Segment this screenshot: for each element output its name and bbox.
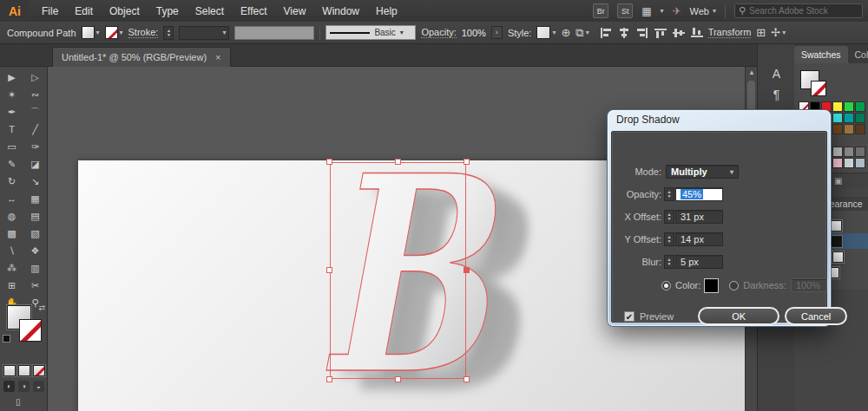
menu-item[interactable]: Object: [109, 5, 140, 17]
workspace-layout-icon[interactable]: ▦: [641, 5, 651, 17]
gradient-tool[interactable]: ▧: [23, 225, 47, 242]
screen-mode-icon[interactable]: ▯: [16, 397, 21, 407]
selection-handle[interactable]: [464, 267, 470, 273]
lasso-tool[interactable]: ∾: [23, 86, 47, 103]
close-icon[interactable]: ×: [215, 52, 220, 62]
swap-fill-stroke-icon[interactable]: ⇄: [38, 303, 45, 312]
magic-wand-tool[interactable]: ✶: [0, 86, 23, 103]
selection-handle[interactable]: [464, 159, 470, 165]
selection-tool[interactable]: ▶: [0, 68, 23, 86]
variable-width-profile[interactable]: [234, 26, 314, 40]
blur-input[interactable]: 5 px: [675, 255, 723, 269]
align-center-icon[interactable]: [618, 28, 630, 38]
blend-tool[interactable]: ❖: [23, 242, 47, 259]
blur-stepper[interactable]: ▲ ▼: [664, 255, 674, 269]
shadow-color-swatch[interactable]: [705, 279, 718, 292]
transform-label[interactable]: Transform: [708, 27, 752, 38]
rotate-tool[interactable]: ↻: [0, 173, 23, 190]
tab-swatches[interactable]: Swatches: [794, 46, 848, 63]
color-button[interactable]: [3, 365, 16, 376]
character-panel-icon[interactable]: A: [758, 63, 795, 84]
recolor-artwork-icon[interactable]: ⊕: [561, 26, 570, 39]
style-dropdown[interactable]: ▾: [536, 26, 556, 39]
ok-button[interactable]: OK: [698, 307, 779, 325]
menu-item[interactable]: Effect: [240, 5, 266, 17]
x-offset-stepper[interactable]: ▲ ▼: [664, 210, 674, 224]
menu-item[interactable]: Edit: [75, 5, 93, 17]
opacity-stepper[interactable]: ▲ ▼: [664, 187, 674, 201]
opacity-input[interactable]: 45%: [675, 187, 723, 201]
new-swatch-icon[interactable]: ▣: [834, 176, 842, 186]
stock-button[interactable]: St: [617, 3, 633, 18]
document-setup-dropdown[interactable]: ⧉ ▾: [575, 26, 589, 40]
swatch[interactable]: [844, 158, 854, 168]
x-offset-input[interactable]: 31 px: [675, 210, 723, 224]
menu-item[interactable]: View: [284, 5, 306, 17]
stroke-proxy[interactable]: [19, 319, 42, 342]
stroke-weight-stepper[interactable]: ▲ ▼: [163, 26, 174, 40]
swatch[interactable]: [844, 113, 854, 123]
color-radio[interactable]: [661, 281, 671, 290]
selection-handle[interactable]: [395, 159, 401, 165]
swatch[interactable]: [832, 113, 843, 123]
bridge-button[interactable]: Br: [593, 3, 608, 18]
scale-tool[interactable]: ↘: [23, 173, 47, 190]
stock-search[interactable]: ⚲: [734, 3, 863, 18]
y-offset-input[interactable]: 14 px: [675, 232, 723, 246]
align-middle-icon[interactable]: [673, 28, 685, 38]
workspace-switcher[interactable]: Web ▾: [690, 6, 716, 16]
more-options-dropdown[interactable]: ✢ ▾: [771, 26, 786, 39]
artboard-tool[interactable]: ⊞: [0, 277, 23, 294]
curvature-tool[interactable]: ⌒: [23, 103, 47, 121]
swatch[interactable]: [844, 124, 854, 134]
gradient-button[interactable]: [18, 365, 30, 376]
stroke-color-dropdown[interactable]: ▾: [105, 26, 123, 39]
selection-handle[interactable]: [326, 267, 332, 273]
stroke-proxy[interactable]: [811, 81, 826, 96]
scroll-up-icon[interactable]: ▲: [748, 68, 755, 76]
align-bottom-icon[interactable]: [691, 28, 703, 38]
symbol-sprayer-tool[interactable]: ⁂: [0, 259, 23, 277]
brush-definition-select[interactable]: Basic ▾: [326, 25, 416, 40]
draw-inside-icon[interactable]: ◒: [33, 381, 44, 392]
document-tab[interactable]: Untitled-1* @ 50% (RGB/Preview) ×: [52, 47, 231, 67]
shaper-tool[interactable]: ✎: [0, 155, 23, 173]
align-left-icon[interactable]: [600, 28, 612, 38]
mesh-tool[interactable]: ▩: [0, 225, 23, 242]
swatch[interactable]: [855, 147, 865, 157]
swatch[interactable]: [855, 113, 865, 123]
swatch[interactable]: [832, 101, 843, 112]
line-segment-tool[interactable]: ╱: [23, 121, 47, 138]
perspective-grid-tool[interactable]: ▤: [23, 207, 47, 225]
isolate-object-icon[interactable]: ⊞: [756, 26, 766, 39]
fill-color-dropdown[interactable]: ▾: [82, 26, 100, 39]
swatch[interactable]: [832, 158, 843, 168]
cancel-button[interactable]: Cancel: [785, 307, 847, 325]
column-graph-tool[interactable]: ▥: [23, 259, 47, 277]
swatch[interactable]: [832, 147, 843, 157]
paintbrush-tool[interactable]: ✑: [23, 138, 47, 155]
eraser-tool[interactable]: ◪: [23, 155, 47, 173]
swatch[interactable]: [855, 158, 865, 168]
align-top-icon[interactable]: [654, 28, 667, 38]
menu-item[interactable]: Help: [376, 5, 398, 17]
pen-tool[interactable]: ✒: [0, 103, 23, 121]
selection-handle[interactable]: [395, 376, 401, 382]
swatch[interactable]: [844, 101, 854, 112]
selection-handle[interactable]: [326, 376, 332, 382]
paragraph-panel-icon[interactable]: ¶: [758, 84, 795, 105]
selection-handle[interactable]: [464, 376, 470, 382]
swatch[interactable]: [844, 147, 854, 157]
free-transform-tool[interactable]: ▦: [23, 190, 47, 207]
none-button[interactable]: [33, 365, 45, 376]
swatch[interactable]: [832, 124, 843, 134]
default-fill-stroke-icon[interactable]: [3, 335, 10, 342]
mode-select[interactable]: Multiply ▾: [666, 165, 739, 179]
chevron-down-icon[interactable]: ▾: [660, 7, 663, 15]
y-offset-stepper[interactable]: ▲ ▼: [664, 232, 674, 246]
darkness-radio[interactable]: [729, 281, 739, 290]
menu-item[interactable]: Window: [322, 5, 359, 17]
stroke-weight-select[interactable]: ▾: [179, 26, 229, 40]
selected-artwork[interactable]: B B B: [330, 162, 466, 379]
width-tool[interactable]: ↔: [0, 190, 23, 207]
